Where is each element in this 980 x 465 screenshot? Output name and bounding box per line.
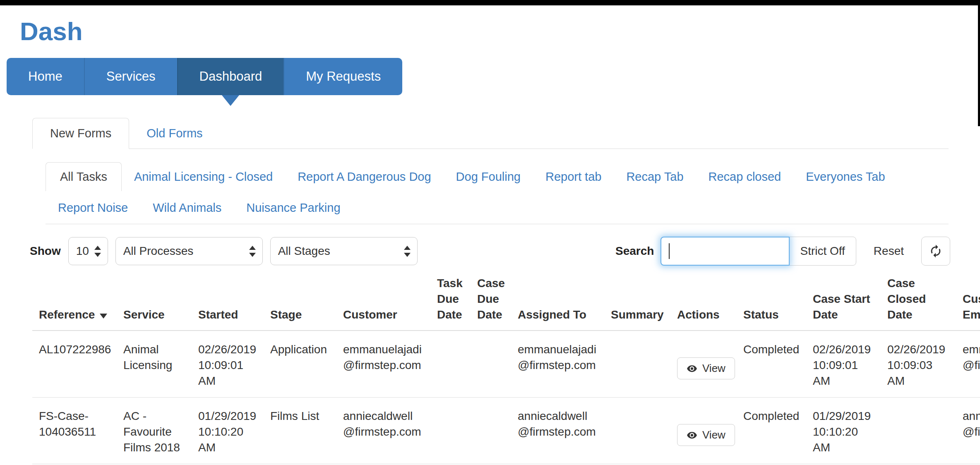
cell-service: Animal Licensing bbox=[117, 331, 192, 398]
nav-tab-services[interactable]: Services bbox=[84, 58, 177, 95]
nav-tab-label: Home bbox=[28, 69, 62, 84]
tab-animal-licensing-closed[interactable]: Animal Licensing - Closed bbox=[122, 163, 285, 191]
tab-new-forms[interactable]: New Forms bbox=[32, 118, 129, 149]
nav-tab-my-requests[interactable]: My Requests bbox=[283, 58, 402, 95]
page-title: Dash bbox=[20, 19, 980, 44]
view-button[interactable]: View bbox=[677, 424, 735, 446]
tab-wild-animals[interactable]: Wild Animals bbox=[140, 197, 234, 219]
table-row: FS-Case- 104036511 AC - Favourite Films … bbox=[32, 398, 980, 464]
sort-desc-icon bbox=[100, 314, 107, 319]
tab-report-noise[interactable]: Report Noise bbox=[46, 197, 140, 219]
tab-report-tab[interactable]: Report tab bbox=[533, 163, 614, 191]
cell-customer-email: anniecaldwell @firmstep.com bbox=[956, 398, 980, 464]
show-label: Show bbox=[30, 244, 61, 258]
column-header-service[interactable]: Service bbox=[117, 272, 192, 331]
cell-started: 02/26/2019 10:09:01 AM bbox=[192, 331, 264, 398]
cell-case-due-date bbox=[471, 331, 511, 398]
cell-task-due-date bbox=[430, 331, 471, 398]
tab-recap-tab[interactable]: Recap Tab bbox=[614, 163, 696, 191]
nav-tab-label: My Requests bbox=[306, 69, 381, 84]
column-header-case-due-date[interactable]: Case Due Date bbox=[471, 272, 511, 331]
table-header-row: Reference Service Started Stage Customer… bbox=[32, 272, 980, 331]
cell-task-due-date bbox=[430, 398, 471, 464]
tab-recap-closed[interactable]: Recap closed bbox=[696, 163, 794, 191]
cell-assigned-to: anniecaldwell @firmstep.com bbox=[511, 398, 604, 464]
cell-service: AC - Favourite Films 2018 bbox=[117, 398, 192, 464]
column-header-reference[interactable]: Reference bbox=[32, 272, 117, 331]
table-row: AL107222986 Animal Licensing 02/26/2019 … bbox=[32, 331, 980, 398]
table-controls: Show 10 All Processes All Stages Search … bbox=[30, 237, 950, 266]
form-tabs: New Forms Old Forms bbox=[32, 118, 949, 149]
tasks-table: Reference Service Started Stage Customer… bbox=[32, 272, 980, 464]
view-button[interactable]: View bbox=[677, 357, 735, 379]
page-size-select[interactable]: 10 bbox=[68, 237, 108, 265]
tab-dog-fouling[interactable]: Dog Fouling bbox=[444, 163, 533, 191]
eye-icon bbox=[687, 363, 697, 374]
column-header-case-closed-date[interactable]: Case Closed Date bbox=[881, 272, 956, 331]
tab-report-a-dangerous-dog[interactable]: Report A Dangerous Dog bbox=[285, 163, 443, 191]
column-header-assigned-to[interactable]: Assigned To bbox=[511, 272, 604, 331]
cell-status: Completed bbox=[737, 331, 806, 398]
select-spinner-icon bbox=[94, 246, 101, 257]
select-spinner-icon bbox=[249, 246, 256, 257]
cell-case-start-date: 01/29/2019 10:10:20 AM bbox=[806, 398, 881, 464]
refresh-icon bbox=[929, 244, 943, 258]
nav-tab-home[interactable]: Home bbox=[7, 58, 84, 95]
column-header-status[interactable]: Status bbox=[737, 272, 806, 331]
cell-stage: Films List bbox=[264, 398, 336, 464]
task-tabs-row-1: All Tasks Animal Licensing - Closed Repo… bbox=[46, 162, 949, 191]
cell-customer-email: emmanuelajadi @firmstep.com bbox=[956, 331, 980, 398]
column-header-task-due-date[interactable]: Task Due Date bbox=[430, 272, 471, 331]
cell-status: Completed bbox=[737, 398, 806, 464]
cell-assigned-to: emmanuelajadi @firmstep.com bbox=[511, 331, 604, 398]
tab-everyones-tab[interactable]: Everyones Tab bbox=[793, 163, 897, 191]
reset-button[interactable]: Reset bbox=[874, 244, 904, 258]
main-navbar: Home Services Dashboard My Requests bbox=[7, 58, 402, 95]
cell-stage: Application bbox=[264, 331, 336, 398]
process-filter-select[interactable]: All Processes bbox=[115, 237, 263, 265]
column-header-stage[interactable]: Stage bbox=[264, 272, 336, 331]
text-caret bbox=[669, 243, 670, 259]
strict-toggle-button[interactable]: Strict Off bbox=[789, 237, 856, 266]
cell-customer: emmanuelajadi @firmstep.com bbox=[336, 331, 430, 398]
column-header-started[interactable]: Started bbox=[192, 272, 264, 331]
search-label: Search bbox=[615, 244, 654, 258]
cell-customer: anniecaldwell @firmstep.com bbox=[336, 398, 430, 464]
cell-started: 01/29/2019 10:10:20 AM bbox=[192, 398, 264, 464]
cell-summary bbox=[604, 331, 670, 398]
cell-case-start-date: 02/26/2019 10:09:01 AM bbox=[806, 331, 881, 398]
window-top-bar bbox=[0, 0, 980, 5]
task-tabs-row-2: Report Noise Wild Animals Nuisance Parki… bbox=[46, 197, 949, 219]
search-input-group: Strict Off bbox=[661, 237, 856, 266]
column-header-customer-email[interactable]: Customer Email bbox=[956, 272, 980, 331]
stage-filter-value: All Stages bbox=[278, 244, 330, 258]
cell-case-due-date bbox=[471, 398, 511, 464]
cell-actions: View bbox=[670, 331, 737, 398]
column-header-actions[interactable]: Actions bbox=[670, 272, 737, 331]
cell-actions: View bbox=[670, 398, 737, 464]
search-input[interactable] bbox=[661, 237, 790, 266]
process-filter-value: All Processes bbox=[123, 244, 194, 258]
tab-all-tasks[interactable]: All Tasks bbox=[46, 162, 122, 191]
view-button-label: View bbox=[702, 429, 725, 441]
tab-old-forms[interactable]: Old Forms bbox=[129, 118, 220, 149]
eye-icon bbox=[687, 430, 697, 441]
refresh-button[interactable] bbox=[921, 237, 950, 266]
cell-reference: AL107222986 bbox=[32, 331, 117, 398]
window-right-edge bbox=[978, 0, 980, 126]
task-tabs: All Tasks Animal Licensing - Closed Repo… bbox=[46, 162, 949, 224]
column-header-customer[interactable]: Customer bbox=[336, 272, 430, 331]
tab-nuisance-parking[interactable]: Nuisance Parking bbox=[234, 197, 353, 219]
stage-filter-select[interactable]: All Stages bbox=[270, 237, 418, 265]
cell-reference: FS-Case- 104036511 bbox=[32, 398, 117, 464]
select-spinner-icon bbox=[404, 246, 411, 257]
view-button-label: View bbox=[702, 362, 725, 375]
nav-tab-label: Dashboard bbox=[199, 69, 262, 84]
column-header-summary[interactable]: Summary bbox=[604, 272, 670, 331]
nav-tab-dashboard[interactable]: Dashboard bbox=[177, 58, 284, 95]
page-size-value: 10 bbox=[76, 244, 89, 258]
nav-tab-label: Services bbox=[106, 69, 156, 84]
cell-summary bbox=[604, 398, 670, 464]
column-header-case-start-date[interactable]: Case Start Date bbox=[806, 272, 881, 331]
cell-case-closed-date: 02/26/2019 10:09:03 AM bbox=[881, 331, 956, 398]
